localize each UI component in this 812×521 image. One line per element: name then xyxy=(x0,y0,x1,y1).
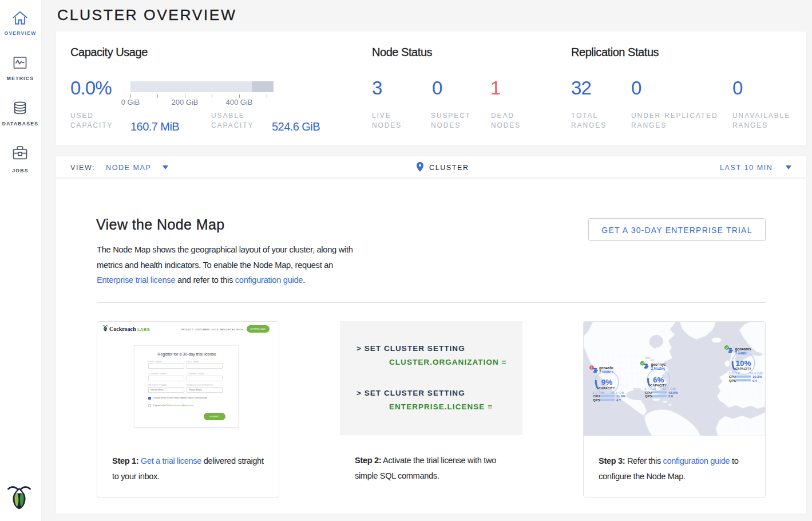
svg-text:11.0%: 11.0% xyxy=(616,394,625,398)
svg-text:QPS: QPS xyxy=(729,379,736,382)
svg-text:!: ! xyxy=(591,366,592,369)
svg-text:42.5%: 42.5% xyxy=(668,391,678,394)
svg-text:3.7 GiB: 3.7 GiB xyxy=(644,386,656,390)
svg-text:10.3%: 10.3% xyxy=(752,375,762,378)
svg-text:35.1 GiB: 35.1 GiB xyxy=(611,390,624,394)
svg-text:34.4 GiB: 34.4 GiB xyxy=(749,371,763,375)
svg-text:CPU: CPU xyxy=(593,394,600,398)
svg-text:QPS: QPS xyxy=(593,398,600,402)
svg-text:10%: 10% xyxy=(735,359,751,368)
svg-text:CAPACITY: CAPACITY xyxy=(599,386,615,390)
svg-text:CPU: CPU xyxy=(645,391,652,394)
svg-text:CPU: CPU xyxy=(729,375,736,378)
svg-text:4.7: 4.7 xyxy=(616,398,621,402)
svg-text:3.2 GiB: 3.2 GiB xyxy=(592,390,604,394)
svg-text:9%: 9% xyxy=(601,378,613,386)
svg-text:3.6 GiB: 3.6 GiB xyxy=(728,371,740,375)
svg-text:0.4: 0.4 xyxy=(752,379,758,382)
svg-text:6%: 6% xyxy=(653,376,664,384)
svg-text:QPS: QPS xyxy=(645,394,652,398)
svg-text:43.7 GiB: 43.7 GiB xyxy=(662,386,676,390)
svg-text:CAPACITY: CAPACITY xyxy=(735,367,752,370)
svg-text:0.0: 0.0 xyxy=(668,394,673,398)
